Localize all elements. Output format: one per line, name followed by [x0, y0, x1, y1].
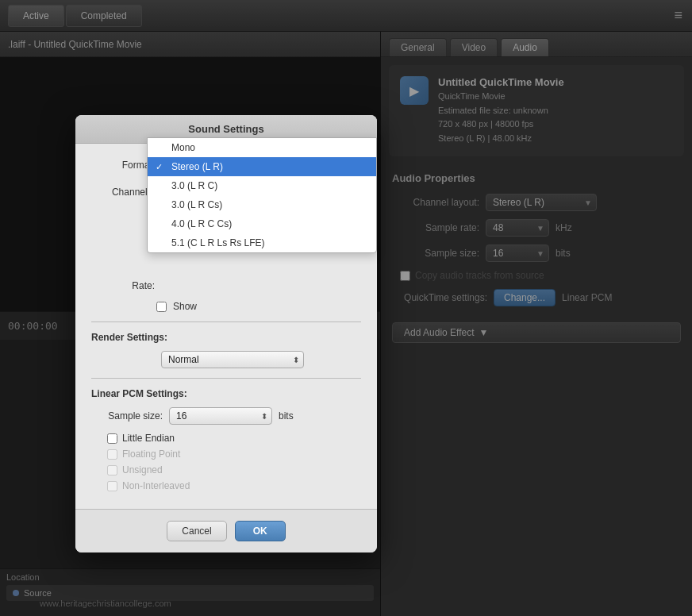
- divider-1: [91, 321, 361, 322]
- dropdown-item-stereo[interactable]: ✓ Stereo (L R): [148, 157, 376, 176]
- little-endian-row: Little Endian: [91, 433, 361, 444]
- cancel-button[interactable]: Cancel: [167, 521, 226, 541]
- unsigned-label: Unsigned: [122, 464, 163, 475]
- modal-footer: Cancel OK: [75, 509, 377, 552]
- little-endian-label: Little Endian: [122, 433, 175, 444]
- floating-point-checkbox[interactable]: [107, 449, 117, 460]
- 30lrc-label: 3.0 (L R C): [171, 180, 217, 191]
- channels-label: Channels:: [91, 187, 155, 198]
- show-checkbox[interactable]: [156, 302, 167, 312]
- non-interleaved-row: Non-Interleaved: [91, 480, 361, 491]
- show-row: Show: [91, 301, 361, 312]
- dropdown-item-mono[interactable]: Mono: [148, 138, 376, 157]
- dropdown-item-30lrcs[interactable]: 3.0 (L R Cs): [148, 195, 376, 214]
- render-settings-header: Render Settings:: [91, 332, 361, 343]
- non-interleaved-label: Non-Interleaved: [122, 480, 190, 491]
- quality-select-wrapper: Normal ⬍: [161, 351, 304, 368]
- divider-2: [91, 378, 361, 379]
- mono-label: Mono: [171, 142, 195, 153]
- stereo-check: ✓: [156, 162, 167, 172]
- floating-point-label: Floating Point: [122, 449, 180, 460]
- modal-overlay: Sound Settings Format: Linear PCM ⬍ Chan…: [0, 0, 692, 616]
- channels-dropdown: Mono ✓ Stereo (L R) 3.0 (L R C) 3.0 (L R…: [147, 137, 377, 253]
- show-label: Show: [173, 301, 197, 312]
- stereo-label: Stereo (L R): [171, 161, 223, 172]
- non-interleaved-checkbox[interactable]: [107, 481, 117, 491]
- 30lrcs-label: 3.0 (L R Cs): [171, 199, 222, 210]
- unsigned-checkbox[interactable]: [107, 465, 117, 475]
- modal-body: Format: Linear PCM ⬍ Channels: Stereo (L…: [75, 144, 377, 509]
- sound-settings-modal: Sound Settings Format: Linear PCM ⬍ Chan…: [75, 115, 377, 552]
- dropdown-item-40[interactable]: 4.0 (L R C Cs): [148, 214, 376, 233]
- quality-row: Normal ⬍: [91, 351, 361, 368]
- 40-label: 4.0 (L R C Cs): [171, 218, 232, 229]
- dropdown-item-30lrc[interactable]: 3.0 (L R C): [148, 176, 376, 195]
- pcm-bits-label: bits: [279, 410, 294, 422]
- rate-row: Rate:: [91, 280, 361, 291]
- format-label: Format:: [91, 160, 155, 171]
- 51-label: 5.1 (C L R Ls Rs LFE): [171, 237, 265, 248]
- unsigned-row: Unsigned: [91, 464, 361, 475]
- pcm-sample-size-row: Sample size: 16 ⬍ bits: [91, 407, 361, 425]
- pcm-sample-size-label: Sample size:: [91, 410, 163, 422]
- dropdown-item-51[interactable]: 5.1 (C L R Ls Rs LFE): [148, 233, 376, 252]
- ok-button[interactable]: OK: [235, 521, 286, 541]
- quality-select[interactable]: Normal: [161, 351, 304, 368]
- floating-point-row: Floating Point: [91, 449, 361, 460]
- pcm-settings-header: Linear PCM Settings:: [91, 388, 361, 399]
- pcm-sample-size-select[interactable]: 16: [169, 407, 272, 425]
- rate-label: Rate:: [91, 280, 155, 291]
- pcm-sample-size-wrapper: 16 ⬍: [169, 407, 272, 425]
- little-endian-checkbox[interactable]: [107, 433, 117, 444]
